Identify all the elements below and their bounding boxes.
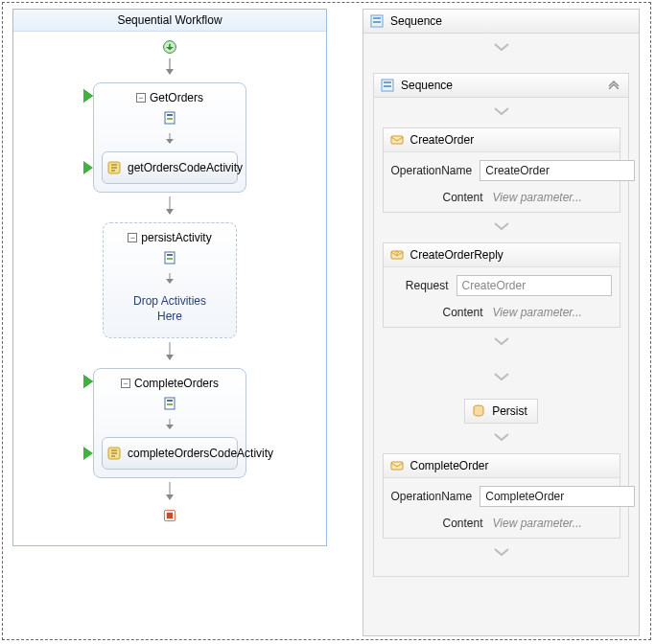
code-activity-icon [106, 160, 122, 175]
flow-chevron-icon [493, 220, 510, 235]
receive-activity-icon [389, 132, 405, 148]
svg-marker-8 [166, 139, 174, 144]
request-field[interactable] [456, 275, 612, 296]
code-activity-getorders[interactable]: getOrdersCodeActivity [102, 151, 238, 184]
svg-rect-33 [384, 81, 391, 83]
request-label: Request [391, 279, 449, 292]
activity-complete-order[interactable]: CompleteOrder OperationName Content View… [383, 453, 620, 539]
sequence-designer-outer[interactable]: Sequence Sequence [363, 9, 640, 636]
inner-sequence-title: Sequence [401, 79, 453, 92]
flow-chevron-icon [493, 546, 510, 561]
svg-marker-16 [166, 279, 174, 284]
drop-text-line2: Here [157, 310, 182, 323]
content-label: Content [391, 191, 483, 204]
svg-rect-20 [167, 400, 173, 402]
svg-rect-14 [167, 258, 173, 260]
svg-rect-38 [391, 462, 403, 470]
activity-create-order[interactable]: CreateOrder OperationName Content View p… [383, 127, 620, 213]
receive-activity-icon [389, 458, 405, 473]
workflow-end-icon [162, 508, 177, 523]
operation-name-field[interactable] [480, 160, 635, 181]
content-label: Content [391, 517, 483, 530]
code-activity-icon [106, 446, 122, 461]
activity-title: CompleteOrders [134, 377, 219, 390]
view-parameter-link[interactable]: View parameter... [491, 191, 612, 204]
code-activity-label: completeOrdersCodeActivity [128, 447, 273, 460]
svg-rect-30 [373, 17, 381, 19]
flow-chevron-icon [493, 431, 510, 446]
composite-activity-icon [162, 396, 177, 411]
entry-marker-icon [83, 375, 93, 388]
operation-name-label: OperationName [391, 164, 473, 177]
inner-sequence-header[interactable]: Sequence [374, 74, 628, 98]
entry-marker-icon [83, 161, 93, 174]
svg-rect-31 [373, 21, 381, 23]
svg-rect-13 [167, 254, 173, 256]
operation-name-label: OperationName [391, 490, 473, 503]
svg-marker-11 [166, 209, 174, 215]
activity-create-order-reply[interactable]: CreateOrderReply Request Content View pa… [383, 242, 620, 328]
flow-connector-icon [109, 273, 230, 288]
code-activity-completeorders[interactable]: completeOrdersCodeActivity [102, 437, 238, 470]
activity-persist[interactable]: Persist [464, 399, 538, 424]
collapse-toggle-icon[interactable]: − [121, 379, 130, 388]
svg-marker-26 [166, 494, 174, 500]
persist-activity-icon [471, 403, 486, 419]
svg-rect-28 [167, 513, 173, 518]
svg-rect-35 [391, 136, 403, 144]
activity-title: Persist [492, 404, 527, 418]
activity-get-orders[interactable]: − GetOrders getOrdersCodeActivity [93, 82, 246, 193]
svg-rect-34 [384, 85, 391, 87]
svg-marker-3 [166, 69, 174, 75]
svg-marker-23 [166, 425, 174, 429]
sequence-icon [380, 78, 395, 93]
activity-title: CreateOrderReply [410, 248, 503, 262]
collapse-toggle-icon[interactable]: − [128, 233, 137, 242]
flow-connector-icon [164, 58, 175, 79]
flow-connector-icon [100, 419, 240, 433]
outer-sequence-title: Sequence [390, 14, 442, 28]
flow-chevron-icon [493, 371, 510, 385]
flow-chevron-icon [493, 105, 510, 120]
flow-connector-icon [164, 482, 175, 504]
sequence-icon [369, 13, 385, 29]
code-activity-label: getOrdersCodeActivity [128, 161, 243, 174]
flow-connector-icon [100, 133, 240, 148]
workflow-start-icon [162, 39, 177, 55]
composite-activity-icon [162, 250, 177, 265]
collapse-icon[interactable] [607, 79, 620, 92]
entry-marker-icon [83, 447, 93, 460]
activity-persist[interactable]: − persistActivity Drop Activities Here [103, 222, 237, 338]
operation-name-field[interactable] [480, 486, 635, 507]
svg-marker-18 [166, 355, 174, 360]
activity-title: GetOrders [150, 91, 203, 104]
svg-rect-6 [167, 118, 173, 120]
send-reply-activity-icon [389, 247, 405, 263]
flow-connector-icon [164, 342, 175, 364]
drop-zone[interactable]: Drop Activities Here [109, 291, 230, 330]
sequence-designer-inner[interactable]: Sequence CreateOrder OperationNam [373, 73, 629, 577]
activity-title: CreateOrder [410, 133, 475, 147]
activity-title: CompleteOrder [410, 459, 489, 472]
composite-activity-icon [162, 110, 177, 126]
view-parameter-link[interactable]: View parameter... [491, 517, 612, 530]
activity-complete-orders[interactable]: − CompleteOrders completeOrdersCodeActiv… [93, 368, 246, 478]
collapse-toggle-icon[interactable]: − [136, 93, 146, 103]
svg-rect-5 [167, 114, 173, 116]
sequential-workflow-designer[interactable]: Sequential Workflow − GetOrders [12, 9, 327, 546]
content-label: Content [391, 306, 483, 319]
svg-rect-21 [167, 403, 173, 405]
flow-chevron-icon [493, 41, 510, 56]
outer-sequence-header[interactable]: Sequence [363, 10, 639, 34]
drop-text-line1: Drop Activities [133, 294, 206, 308]
view-parameter-link[interactable]: View parameter... [491, 306, 612, 319]
flow-chevron-icon [493, 335, 510, 350]
flow-connector-icon [164, 196, 175, 218]
workflow-title: Sequential Workflow [13, 10, 326, 32]
activity-title: persistActivity [141, 231, 211, 244]
entry-marker-icon [83, 89, 93, 103]
